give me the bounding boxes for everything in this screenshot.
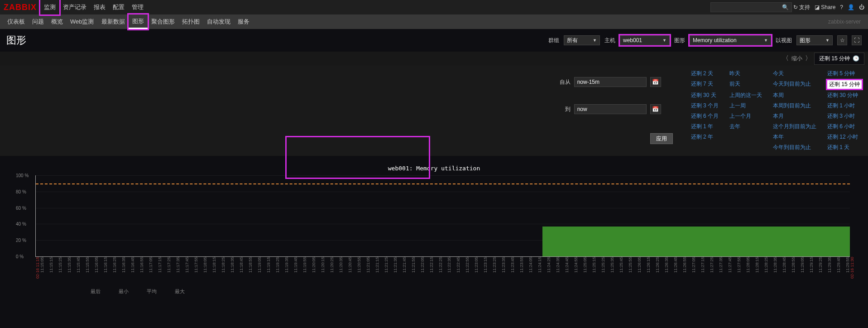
time-preset[interactable]: 去年 — [729, 123, 762, 130]
chart-plot: 0 %20 %40 %60 %80 %100 % — [35, 175, 850, 257]
time-preset[interactable]: 本周 — [773, 92, 816, 99]
subnav-overview[interactable]: 概览 — [48, 14, 67, 29]
time-preset[interactable]: 还剩 30 分钟 — [827, 92, 862, 99]
topnav-admin[interactable]: 管理 — [128, 0, 147, 14]
support-link[interactable]: ↻ 支持 — [793, 4, 810, 11]
time-range-label[interactable]: 还剩 15 分钟 🕒 — [814, 53, 864, 65]
from-input[interactable] — [574, 77, 647, 87]
topnav-config[interactable]: 配置 — [109, 0, 128, 14]
graph-select[interactable]: Memory utilization — [690, 35, 771, 45]
share-link[interactable]: ◪ Share — [815, 4, 835, 10]
server-name: zabbix-server — [828, 19, 861, 25]
power-icon[interactable]: ⏻ — [859, 4, 864, 10]
time-prev-icon[interactable]: 〈 — [782, 54, 789, 63]
time-preset[interactable]: 今天 — [773, 70, 816, 77]
page-title: 图形 — [6, 34, 26, 47]
topnav-reports[interactable]: 报表 — [90, 0, 109, 14]
time-preset[interactable]: 还剩 6 个月 — [691, 112, 719, 120]
to-label: 到 — [560, 106, 571, 113]
highlight-chart-title — [285, 136, 430, 179]
apply-button[interactable]: 应用 — [650, 133, 673, 144]
to-input[interactable] — [574, 104, 647, 114]
time-preset[interactable]: 上一周 — [729, 102, 762, 110]
view-select[interactable]: 图形 — [796, 35, 833, 45]
time-preset[interactable]: 前天 — [729, 80, 762, 89]
clock-icon: 🕒 — [853, 55, 859, 62]
time-preset[interactable]: 本年 — [773, 133, 816, 141]
time-preset[interactable]: 今年到目前为止 — [773, 144, 816, 151]
time-preset[interactable]: 还剩 6 小时 — [827, 123, 862, 130]
group-select[interactable]: 所有 — [564, 35, 600, 45]
time-preset[interactable]: 还剩 2 年 — [691, 133, 719, 141]
zabbix-logo[interactable]: ZABBIX — [4, 3, 37, 12]
subnav-services[interactable]: 服务 — [234, 14, 253, 29]
time-preset[interactable]: 还剩 7 天 — [691, 80, 719, 89]
time-preset[interactable]: 还剩 1 天 — [827, 144, 862, 151]
time-preset[interactable]: 还剩 3 小时 — [827, 112, 862, 120]
help-icon[interactable]: ? — [840, 4, 843, 10]
subnav-problems[interactable]: 问题 — [29, 14, 48, 29]
time-preset[interactable]: 昨天 — [729, 70, 762, 77]
zoom-out[interactable]: 缩小 — [791, 55, 802, 63]
chart-xaxis: 02-16 11:1502-16 11:3011:15:0511:15:1511… — [35, 257, 850, 286]
time-preset[interactable]: 还剩 30 天 — [691, 92, 719, 99]
time-preset[interactable]: 还剩 3 个月 — [691, 102, 719, 110]
time-preset[interactable]: 还剩 1 小时 — [827, 102, 862, 110]
graph-label: 图形 — [674, 37, 685, 44]
stat-avg: 平均 — [147, 288, 157, 295]
favorite-icon[interactable]: ☆ — [837, 35, 847, 45]
time-next-icon[interactable]: 〉 — [805, 54, 811, 63]
host-select[interactable]: web001 — [620, 35, 670, 45]
time-preset[interactable]: 还剩 2 天 — [691, 70, 719, 77]
search-input[interactable] — [710, 2, 792, 12]
fullscreen-icon[interactable]: ⛶ — [852, 35, 862, 45]
time-preset[interactable]: 本月 — [773, 112, 816, 120]
subnav-web[interactable]: Web监测 — [67, 14, 98, 29]
subnav-latest[interactable]: 最新数据 — [98, 14, 129, 29]
view-label: 以视图 — [776, 37, 792, 44]
from-label: 自从 — [560, 78, 571, 86]
chart-title: web001: Memory utilization — [9, 165, 859, 172]
search-icon[interactable]: 🔍 — [782, 4, 789, 10]
stat-last: 最后 — [91, 288, 101, 295]
topnav-inventory[interactable]: 资产记录 — [59, 0, 90, 14]
subnav-maps[interactable]: 拓扑图 — [178, 14, 203, 29]
user-icon[interactable]: 👤 — [848, 4, 854, 10]
time-preset[interactable]: 上一个月 — [729, 112, 762, 120]
subnav-dashboard[interactable]: 仪表板 — [4, 14, 29, 29]
subnav-discovery[interactable]: 自动发现 — [203, 14, 234, 29]
time-preset[interactable]: 还剩 5 分钟 — [827, 70, 862, 77]
time-preset[interactable]: 还剩 1 年 — [691, 123, 719, 130]
stat-max: 最大 — [175, 288, 185, 295]
time-preset[interactable]: 这个月到目前为止 — [773, 123, 816, 130]
to-calendar-icon[interactable]: 📅 — [650, 104, 661, 114]
group-label: 群组 — [548, 37, 559, 44]
host-label: 主机 — [604, 37, 615, 44]
topnav-monitor[interactable]: 监测 — [40, 0, 59, 14]
stat-min: 最小 — [119, 288, 129, 295]
subnav-graphs[interactable]: 图形 — [129, 14, 148, 29]
time-preset[interactable]: 还剩 15 分钟 — [827, 80, 862, 89]
time-preset[interactable]: 上周的这一天 — [729, 92, 762, 99]
time-preset[interactable]: 今天到目前为止 — [773, 80, 816, 89]
time-preset[interactable]: 还剩 12 小时 — [827, 133, 862, 141]
time-preset[interactable]: 本周到目前为止 — [773, 102, 816, 110]
from-calendar-icon[interactable]: 📅 — [650, 77, 661, 87]
subnav-screens[interactable]: 聚合图形 — [148, 14, 178, 29]
